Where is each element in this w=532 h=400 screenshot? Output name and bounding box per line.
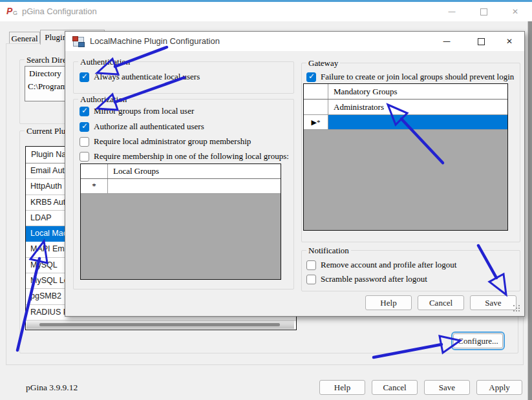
always-authenticate-checkbox[interactable] [80,72,89,82]
dialog-form-icon [73,37,84,47]
dialog-close-icon[interactable]: ✕ [495,32,524,51]
resize-grip[interactable] [513,305,520,312]
checkbox-row: Mirror groups from local user [80,106,194,116]
dialog-save-button[interactable]: Save [470,295,516,310]
cancel-button[interactable]: Cancel [372,380,418,395]
dialog-cancel-button[interactable]: Cancel [418,295,464,310]
dialog-titlebar[interactable]: LocalMachine Plugin Configuration — ✕ [65,32,524,51]
require-admin-label: Require local administrator group member… [94,136,251,147]
always-authenticate-label: Always authenticate local users [94,72,200,82]
dialog-title: LocalMachine Plugin Configuration [90,32,220,51]
checkbox-row: Scramble password after logout [306,274,427,284]
help-button[interactable]: Help [319,380,365,395]
administrators-cell[interactable]: Administrators [328,100,507,114]
local-groups-grid[interactable]: Local Groups * [80,163,281,280]
maximize-icon[interactable] [469,2,498,21]
require-membership-label: Require membership in one of the followi… [94,151,289,162]
notification-group: Notification [301,250,520,291]
checkbox-row: Authorize all authenticated users [80,121,204,132]
require-membership-checkbox[interactable] [80,152,89,162]
prevent-login-checkbox[interactable] [306,72,316,82]
main-window-title: pGina Configuration [22,2,97,21]
mirror-groups-label: Mirror groups from local user [94,106,194,116]
mandatory-groups-grid[interactable]: Mandatory Groups Administrators ▶* [303,83,508,231]
grid-corner-cell [81,164,108,178]
new-row-marker: ▶* [304,115,328,129]
dialog-maximize-icon[interactable] [466,32,496,51]
scramble-password-label: Scramble password after logout [321,274,427,284]
dialog-help-button[interactable]: Help [365,295,412,310]
dialog-minimize-icon[interactable]: — [432,32,462,51]
main-titlebar[interactable]: PG pGina Configuration — ✕ [0,2,532,21]
configure-button[interactable]: Configure... [453,333,503,348]
prevent-login-label: Failure to create or join local groups s… [321,72,514,82]
authorize-all-label: Authorize all authenticated users [94,121,204,132]
grid-row-administrators[interactable]: Administrators [304,100,507,115]
gateway-label: Gateway [306,58,340,68]
pgina-logo-icon: PG [6,6,19,17]
row-header-cell [304,100,328,114]
empty-cell[interactable] [108,179,281,193]
plugins-horizontal-scrollbar[interactable] [27,321,294,329]
require-admin-checkbox[interactable] [80,137,89,147]
mirror-groups-checkbox[interactable] [80,107,89,116]
checkbox-row: Require membership in one of the followi… [80,151,289,162]
local-groups-column-header: Local Groups [108,164,281,178]
scrollbar-thumb[interactable] [39,323,280,326]
grid-corner-cell [304,84,328,99]
checkbox-row: Remove account and profile after logout [306,260,456,270]
apply-button[interactable]: Apply [476,380,522,395]
authentication-label: Authentication [78,57,132,67]
checkbox-row: Failure to create or join local groups s… [306,72,514,82]
remove-account-checkbox[interactable] [306,260,316,270]
selected-empty-cell[interactable] [328,115,507,129]
authorization-label: Authorization [78,94,129,104]
save-button[interactable]: Save [424,380,470,395]
pgina-configuration-window: PG pGina Configuration — ✕ General Plugi… [0,0,532,400]
remove-account-label: Remove account and profile after logout [321,260,456,270]
checkbox-row: Require local administrator group member… [80,136,251,147]
checkbox-row: Always authenticate local users [80,72,200,82]
grid-new-row-selected[interactable]: ▶* [304,115,507,130]
desktop-edge [527,21,532,400]
minimize-icon[interactable]: — [437,2,467,21]
localmachine-plugin-dialog: LocalMachine Plugin Configuration — ✕ Au… [65,31,525,317]
version-label: pGina 3.9.9.12 [26,383,78,393]
new-row-marker: * [81,179,108,193]
scramble-password-checkbox[interactable] [306,275,316,284]
mandatory-groups-column-header: Mandatory Groups [328,84,507,99]
grid-new-row[interactable]: * [81,179,281,194]
authorize-all-checkbox[interactable] [80,122,89,132]
notification-label: Notification [306,246,351,255]
grid-header-row: Local Groups [81,164,281,179]
grid-header-row: Mandatory Groups [304,84,507,100]
close-icon[interactable]: ✕ [500,2,530,21]
